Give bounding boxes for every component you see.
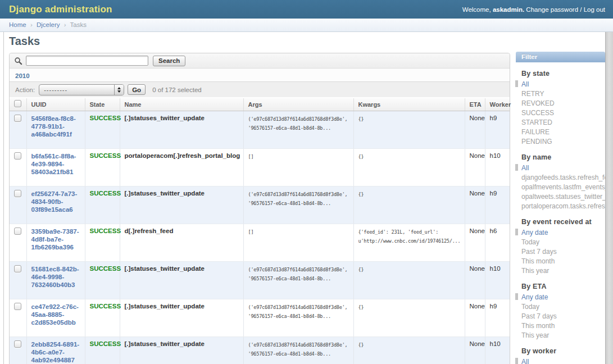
filter-link[interactable]: Any date (521, 229, 548, 236)
column-header-eta[interactable]: ETA (465, 98, 485, 111)
filter-item[interactable]: All (521, 357, 605, 364)
filter-section: By name Alldjangofeeds.tasks.refresh_fee… (516, 146, 605, 211)
filter-item[interactable]: This year (521, 330, 605, 340)
row-checkbox[interactable] (14, 152, 21, 160)
filter-link[interactable]: This month (521, 322, 555, 330)
cell-worker: h10 (485, 336, 510, 364)
cell-eta: None (465, 299, 485, 336)
link-separator: / (578, 6, 584, 13)
change-password-link[interactable]: Change password (526, 6, 578, 13)
select-all-checkbox[interactable] (14, 100, 21, 107)
cell-worker: h9 (485, 111, 510, 148)
window-scrollbar[interactable] (605, 32, 613, 364)
filter-link[interactable]: REVOKED (521, 99, 555, 107)
site-title[interactable]: Django administration (0, 4, 112, 15)
args-code: [] (248, 152, 349, 161)
column-header-uuid[interactable]: UUID (26, 98, 85, 111)
tasks-table-body: 5456f8ea-f8c8-4778-91b1-a468abc4f91f SUC… (10, 111, 510, 364)
kwargs-code: {} (358, 190, 460, 199)
filter-link[interactable]: opalfmevents.lastfm_events_up (521, 183, 613, 191)
filter-item[interactable]: STARTED (521, 117, 605, 127)
task-uuid-link[interactable]: 3359ba9e-7387-4d8f-ba7e-1fb6269ba396 (31, 228, 80, 251)
filter-item-list: Allh10h8h6 (521, 357, 605, 364)
cell-args: [] (243, 148, 353, 186)
column-header-state[interactable]: State (85, 98, 120, 111)
date-hierarchy-year-link[interactable]: 2010 (15, 72, 30, 79)
filter-link[interactable]: PENDING (521, 138, 552, 145)
filter-section-heading: By ETA (521, 283, 605, 290)
filter-item[interactable]: PENDING (521, 136, 605, 146)
filter-item-list: AllRETRYREVOKEDSUCCESSSTARTEDFAILUREPEND… (521, 79, 605, 146)
args-code: ('e97c687d13d87f614a6d81768d8f3d8e', '96… (248, 115, 349, 133)
go-button[interactable]: Go (128, 84, 146, 95)
row-checkbox[interactable] (14, 228, 21, 235)
filter-link[interactable]: All (521, 164, 529, 172)
task-uuid-link[interactable]: 2ebb8254-6891-4b6c-a0e7-4ab92e494887 (31, 340, 80, 364)
filter-item[interactable]: This month (521, 321, 605, 330)
cell-worker: h10 (485, 148, 510, 186)
filter-item[interactable]: All (521, 79, 605, 89)
column-header-worker[interactable]: Worker (485, 98, 510, 111)
column-header-args[interactable]: Args (243, 98, 353, 111)
breadcrumb-home[interactable]: Home (9, 21, 26, 28)
row-checkbox[interactable] (14, 340, 21, 348)
filter-link[interactable]: This year (521, 331, 549, 339)
filter-link[interactable]: Past 7 days (521, 312, 557, 320)
row-checkbox[interactable] (14, 265, 21, 272)
filter-item[interactable]: RETRY (521, 89, 605, 98)
logout-link[interactable]: Log out (584, 6, 605, 13)
row-checkbox[interactable] (14, 115, 21, 122)
filter-link[interactable]: RETRY (521, 90, 544, 98)
row-checkbox[interactable] (14, 303, 21, 310)
filter-item[interactable]: All (521, 163, 605, 172)
breadcrumb-app[interactable]: Djcelery (37, 21, 60, 28)
filter-item[interactable]: SUCCESS (521, 108, 605, 117)
filter-item[interactable]: Any date (521, 228, 605, 237)
task-uuid-link[interactable]: ce47e922-c76c-45aa-8885-c2d853e05dbb (31, 303, 80, 326)
filter-item[interactable]: Past 7 days (521, 311, 605, 321)
table-row: 2ebb8254-6891-4b6c-a0e7-4ab92e494887 SUC… (10, 336, 510, 364)
filter-link[interactable]: All (521, 358, 529, 364)
filter-item[interactable]: FAILURE (521, 127, 605, 136)
filter-link[interactable]: SUCCESS (521, 109, 554, 117)
filter-link[interactable]: This year (521, 267, 549, 275)
filter-link[interactable]: djangofeeds.tasks.refresh_feed (521, 174, 613, 181)
filter-section-heading: By state (521, 70, 605, 78)
column-header-name[interactable]: Name (120, 98, 243, 111)
filter-link[interactable]: This month (521, 257, 555, 265)
welcome-text: Welcome, (462, 6, 491, 13)
row-checkbox[interactable] (14, 190, 21, 197)
filter-item[interactable]: Today (521, 237, 605, 247)
filter-item[interactable]: djangofeeds.tasks.refresh_feed (521, 172, 605, 182)
cell-checkbox (10, 111, 26, 148)
filter-link[interactable]: Today (521, 238, 539, 246)
search-input[interactable] (26, 56, 148, 66)
filter-item[interactable]: Today (521, 302, 605, 311)
filter-link[interactable]: STARTED (521, 119, 552, 126)
column-header-kwargs[interactable]: Kwargs (353, 98, 465, 111)
task-uuid-link[interactable]: 5456f8ea-f8c8-4778-91b1-a468abc4f91f (31, 115, 80, 138)
task-uuid-link[interactable]: 51681ec8-842b-46e4-9998-7632460b40b3 (31, 265, 80, 289)
filter-link[interactable]: FAILURE (521, 128, 550, 136)
filter-item[interactable]: opalfmevents.lastfm_events_up (521, 182, 605, 192)
filter-item[interactable]: Past 7 days (521, 247, 605, 256)
filter-item[interactable]: opaltweets.statuses_twitter_up (521, 192, 605, 201)
filter-item[interactable]: portaloperacom.tasks.refresh_ (521, 201, 605, 211)
filter-link[interactable]: Past 7 days (521, 248, 557, 256)
filter-item[interactable]: This month (521, 256, 605, 266)
filter-link[interactable]: All (521, 80, 529, 88)
search-button[interactable]: Search (153, 56, 185, 66)
cell-eta: None (465, 261, 485, 299)
action-select[interactable]: --------- (39, 84, 124, 95)
filter-item[interactable]: This year (521, 266, 605, 275)
filter-item-list: Any dateTodayPast 7 daysThis monthThis y… (521, 228, 605, 275)
task-uuid-link[interactable]: ef256274-7a73-4834-90fb-03f89e15aca6 (31, 190, 80, 213)
filter-link[interactable]: Today (521, 303, 539, 311)
filter-link[interactable]: portaloperacom.tasks.refresh_ (521, 202, 612, 210)
task-uuid-link[interactable]: b6fa561c-8f8a-4e39-9894-58403a21fb81 (31, 152, 80, 176)
filter-link[interactable]: opaltweets.statuses_twitter_up (521, 193, 613, 201)
filter-item[interactable]: REVOKED (521, 98, 605, 108)
filter-item[interactable]: Any date (521, 292, 605, 302)
filter-link[interactable]: Any date (521, 293, 548, 301)
filter-section-heading: By name (521, 153, 605, 161)
